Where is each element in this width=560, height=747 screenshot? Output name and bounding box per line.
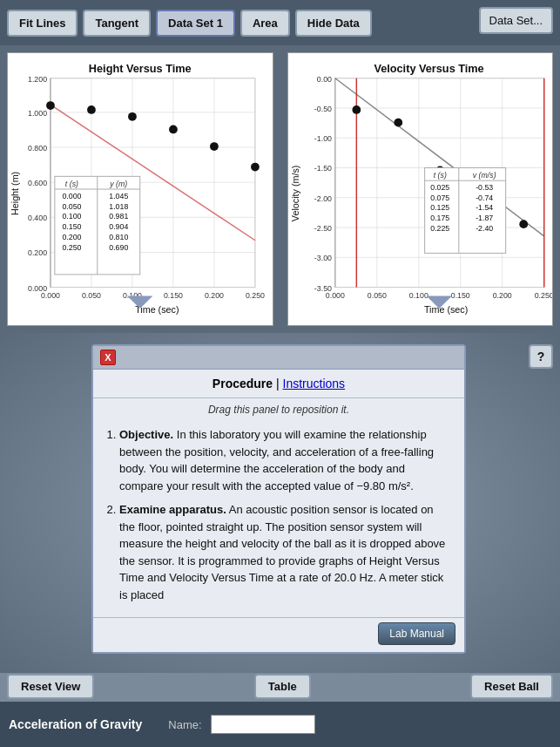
reset-view-button[interactable]: Reset View: [7, 674, 94, 699]
svg-point-91: [394, 119, 402, 127]
svg-point-31: [46, 101, 55, 110]
svg-text:0.050: 0.050: [82, 291, 101, 300]
svg-text:0.000: 0.000: [41, 291, 60, 300]
svg-text:0.225: 0.225: [430, 224, 449, 233]
svg-text:1.000: 1.000: [28, 109, 47, 118]
svg-text:0.250: 0.250: [62, 243, 81, 252]
svg-text:y (m): y (m): [109, 180, 127, 188]
instructions-link[interactable]: Instructions: [283, 377, 346, 390]
app-title: Acceleration of Gravity: [9, 717, 142, 731]
svg-text:0.981: 0.981: [109, 212, 128, 221]
procedure-bottom: Lab Manual: [93, 617, 464, 652]
svg-text:0.050: 0.050: [62, 202, 81, 211]
svg-text:-0.50: -0.50: [314, 105, 331, 113]
svg-text:t (s): t (s): [433, 171, 446, 180]
svg-text:Height Versus Time: Height Versus Time: [89, 62, 192, 75]
svg-text:0.050: 0.050: [367, 291, 386, 300]
svg-text:0.100: 0.100: [408, 291, 428, 300]
svg-point-90: [352, 105, 361, 114]
svg-point-36: [251, 163, 260, 172]
svg-text:Velocity Versus Time: Velocity Versus Time: [374, 62, 483, 75]
svg-text:-1.54: -1.54: [476, 203, 493, 212]
dataset-ellipsis-button[interactable]: Data Set...: [479, 7, 553, 34]
velocity-chart-svg: Velocity Versus Time Velocity (m/s) Time…: [288, 53, 553, 325]
svg-text:0.200: 0.200: [492, 291, 511, 300]
procedure-item-2: Examine apparatus. An acoustic position …: [119, 501, 452, 603]
svg-text:0.000: 0.000: [325, 291, 344, 300]
svg-point-94: [519, 220, 528, 228]
svg-text:-1.00: -1.00: [314, 134, 331, 143]
examine-text: An acoustic position sensor is located o…: [119, 503, 445, 601]
procedure-header: X: [93, 346, 464, 370]
charts-area: Height Versus Time Height (m) Time (sec)…: [0, 45, 560, 333]
svg-text:Velocity (m/s): Velocity (m/s): [289, 166, 300, 222]
bottom-toolbar: Reset View Table Reset Ball: [0, 670, 560, 702]
table-button[interactable]: Table: [254, 674, 311, 699]
svg-text:0.175: 0.175: [430, 214, 449, 222]
name-label: Name:: [168, 718, 201, 731]
svg-text:1.045: 1.045: [109, 192, 128, 200]
svg-text:0.200: 0.200: [62, 233, 81, 241]
svg-text:0.000: 0.000: [62, 192, 81, 200]
svg-text:-2.00: -2.00: [314, 194, 331, 203]
help-button[interactable]: ?: [529, 344, 553, 369]
svg-text:0.125: 0.125: [430, 203, 449, 212]
svg-text:-1.87: -1.87: [476, 214, 493, 222]
procedure-subtitle: Drag this panel to reposition it.: [93, 398, 464, 419]
svg-point-34: [169, 126, 178, 134]
procedure-title: Procedure: [213, 377, 273, 390]
tangent-button[interactable]: Tangent: [83, 10, 151, 37]
svg-text:0.150: 0.150: [164, 291, 183, 300]
dataset-button[interactable]: Data Set 1: [156, 10, 235, 37]
height-chart-panel: Height Versus Time Height (m) Time (sec)…: [7, 52, 273, 326]
height-chart-svg: Height Versus Time Height (m) Time (sec)…: [8, 53, 273, 325]
svg-point-35: [210, 142, 219, 151]
svg-text:Height (m): Height (m): [10, 172, 20, 215]
svg-text:0.600: 0.600: [28, 179, 47, 187]
area-button[interactable]: Area: [240, 10, 290, 37]
svg-text:0.150: 0.150: [450, 291, 469, 300]
hide-data-button[interactable]: Hide Data: [295, 10, 372, 37]
svg-text:0.200: 0.200: [28, 248, 47, 257]
velocity-chart-panel: Velocity Versus Time Velocity (m/s) Time…: [287, 52, 554, 326]
close-button[interactable]: X: [100, 350, 116, 365]
title-separator: |: [276, 377, 280, 390]
svg-text:0.250: 0.250: [534, 291, 552, 300]
svg-text:-1.50: -1.50: [314, 164, 331, 173]
svg-point-33: [128, 112, 137, 121]
svg-text:0.200: 0.200: [205, 291, 224, 300]
name-input[interactable]: [211, 715, 315, 734]
svg-text:-0.74: -0.74: [476, 194, 493, 202]
svg-text:0.800: 0.800: [28, 144, 47, 153]
svg-text:0.250: 0.250: [246, 291, 265, 300]
svg-text:v (m/s): v (m/s): [472, 171, 496, 180]
svg-text:0.025: 0.025: [430, 183, 449, 192]
svg-text:0.00: 0.00: [316, 75, 331, 84]
objective-label: Objective.: [119, 428, 173, 441]
procedure-panel: X Procedure | Instructions Drag this pan…: [91, 344, 466, 654]
examine-label: Examine apparatus.: [119, 503, 226, 516]
lab-manual-button[interactable]: Lab Manual: [378, 622, 455, 645]
reset-ball-button[interactable]: Reset Ball: [470, 674, 553, 699]
procedure-item-1: Objective. In this laboratory you will e…: [119, 426, 452, 494]
svg-text:1.018: 1.018: [109, 202, 128, 211]
fit-lines-button[interactable]: Fit Lines: [7, 10, 78, 37]
svg-text:Time (sec): Time (sec): [423, 304, 467, 315]
status-bar: Acceleration of Gravity Name:: [0, 702, 560, 747]
svg-text:1.200: 1.200: [28, 75, 47, 84]
svg-text:0.075: 0.075: [430, 194, 449, 202]
svg-text:-3.00: -3.00: [314, 254, 331, 262]
svg-text:-0.53: -0.53: [476, 183, 493, 192]
svg-text:-2.40: -2.40: [476, 224, 493, 233]
svg-text:0.100: 0.100: [62, 212, 81, 221]
svg-text:t (s): t (s): [65, 180, 78, 188]
top-toolbar: Fit Lines Tangent Data Set 1 Area Hide D…: [0, 0, 560, 45]
svg-text:0.810: 0.810: [109, 233, 128, 241]
procedure-content: Objective. In this laboratory you will e…: [93, 419, 464, 617]
procedure-title-bar: Procedure | Instructions: [93, 370, 464, 398]
svg-text:0.904: 0.904: [109, 222, 128, 231]
svg-text:-2.50: -2.50: [314, 224, 331, 233]
svg-text:0.150: 0.150: [62, 222, 81, 231]
svg-text:0.400: 0.400: [28, 214, 47, 222]
svg-text:0.690: 0.690: [109, 243, 128, 252]
